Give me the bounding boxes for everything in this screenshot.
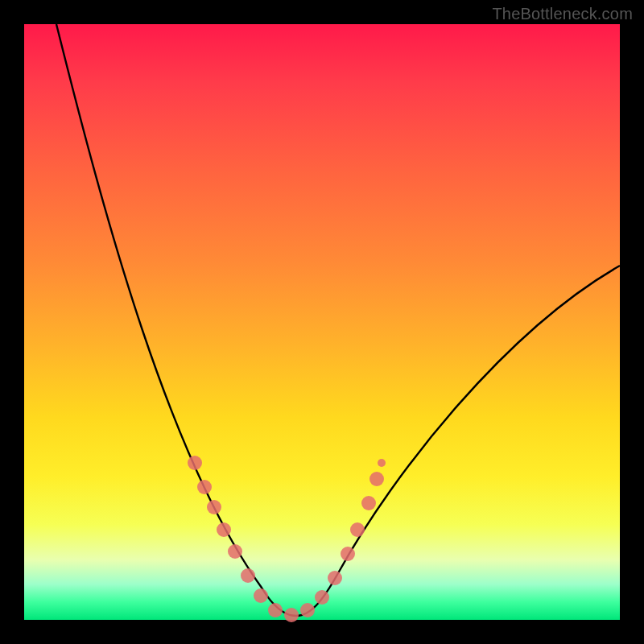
- marker-point: [315, 590, 329, 605]
- marker-point: [300, 603, 315, 617]
- highlighted-marker-group: [188, 456, 386, 622]
- marker-point: [207, 500, 221, 514]
- marker-point: [254, 588, 268, 603]
- marker-point: [188, 456, 202, 470]
- marker-point: [350, 522, 365, 537]
- chart-plot-area: [24, 24, 620, 620]
- marker-point: [217, 522, 231, 537]
- chart-svg: [24, 24, 620, 620]
- marker-point: [284, 608, 299, 622]
- marker-point: [361, 496, 376, 510]
- marker-point: [369, 472, 384, 486]
- marker-point: [378, 459, 386, 467]
- marker-point: [228, 544, 242, 559]
- marker-point: [241, 568, 255, 583]
- watermark-text: TheBottleneck.com: [492, 5, 633, 23]
- bottleneck-curve: [56, 24, 620, 616]
- marker-point: [328, 571, 342, 585]
- marker-point: [268, 603, 283, 617]
- marker-point: [341, 547, 355, 561]
- marker-point: [197, 480, 212, 494]
